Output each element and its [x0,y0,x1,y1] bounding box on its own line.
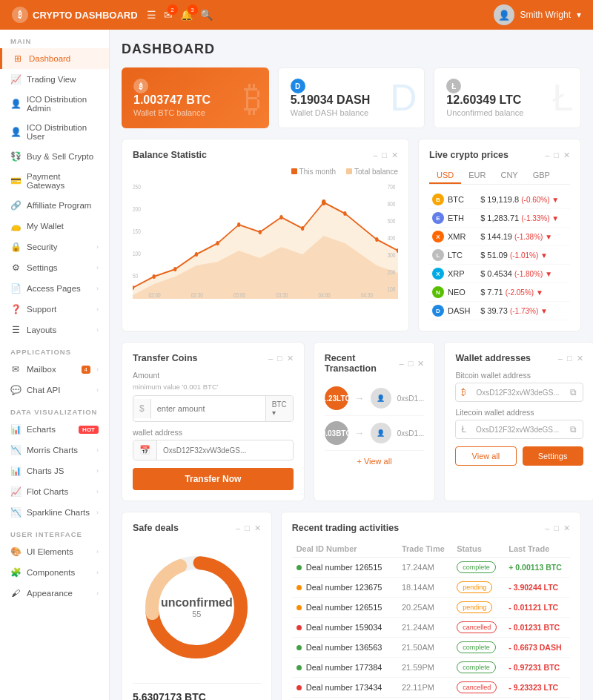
ltc-coin-prefix: Ł [446,79,569,93]
sidebar-item-dashboard[interactable]: ⊞ Dashboard [0,48,109,69]
chart-legend: This month Total balance [133,168,398,176]
col-deal-id: Deal ID Number [292,541,397,558]
crypto-coin-cell: B BTC [429,191,477,209]
sidebar-item-morris[interactable]: 📉 Morris Charts › [0,440,109,460]
transfer-title: Transfer Coins [133,353,198,363]
recent-tx-minimize-icon[interactable]: – [400,359,404,369]
transfer-now-button[interactable]: Transfer Now [133,468,294,490]
mailbox-badge: 4 [82,366,90,374]
sidebar-item-payment[interactable]: 💳 Payment Gateways [0,167,109,195]
sidebar-item-trading-view[interactable]: 📈 Trading View [0,69,109,90]
notification-icon[interactable]: 🔔 3 [180,9,193,21]
crypto-close-icon[interactable]: ✕ [563,151,570,160]
sidebar-item-support[interactable]: ❓ Support › [0,299,109,320]
btc-addr-row: ₿ OxsD12F32xvW3deGS... ⧉ [455,383,583,402]
sidebar-item-affiliate[interactable]: 🔗 Affilliate Program [0,195,109,216]
crypto-row: L LTC $ 51.09 (-1.01%) ▼ [429,246,570,265]
sidebar-item-label: Mailbox [27,365,76,374]
sidebar-item-sparkline[interactable]: 📉 Sparkline Charts › [0,502,109,523]
transfer-card-header: Transfer Coins – □ ✕ [133,353,294,363]
btc-copy-icon[interactable]: ⧉ [564,383,583,401]
sidebar-item-echarts[interactable]: 📊 Echarts HOT [0,419,109,440]
sidebar-item-security[interactable]: 🔒 Security › [0,237,109,257]
crypto-row: D DASH $ 39.73 (-1.73%) ▼ [429,302,570,320]
logo-icon: ₿ [12,7,28,23]
page-title: DASHBOARD [122,42,581,57]
ltc-copy-icon[interactable]: ⧉ [564,420,583,438]
amount-label: Amount [133,371,294,380]
transfer-close-icon[interactable]: ✕ [287,354,294,363]
trading-expand-icon[interactable]: □ [554,524,559,533]
safe-deals-info: 5.6307173 BTC 6 active deals 16.453671 B… [133,683,261,700]
status-dot-icon [296,585,302,590]
recent-trading-card: Recent trading activities – □ ✕ Deal ID … [281,512,581,700]
sidebar-item-label: Components [27,568,90,577]
tab-eur[interactable]: EUR [461,168,493,184]
svg-text:02:30: 02:30 [191,291,204,299]
transfer-minimize-icon[interactable]: – [268,354,273,363]
sidebar-item-ico-admin[interactable]: 👤 ICO Distribution Admin [0,90,109,118]
sidebar-item-label: Charts JS [27,466,90,475]
chart-expand-icon[interactable]: □ [382,151,387,160]
status-badge: complete [457,661,496,673]
chart-close-icon[interactable]: ✕ [391,151,398,160]
menu-icon[interactable]: ☰ [147,9,156,21]
trade-change: - 0.01231 BTC [508,623,560,632]
wallet-addr-input-row: 📅 [133,440,294,460]
view-all-link[interactable]: + View all [325,457,425,466]
tab-cny[interactable]: CNY [493,168,525,184]
wallet-expand-icon[interactable]: □ [567,354,572,363]
view-all-button[interactable]: View all [455,446,516,466]
crypto-expand-icon[interactable]: □ [554,151,559,160]
svg-text:100: 100 [133,250,141,257]
sidebar-item-access[interactable]: 📄 Access Pages › [0,278,109,299]
tx-to-avatar-2: 👤 [371,423,391,443]
sidebar-item-flot[interactable]: 📈 Flot Charts › [0,481,109,502]
tab-gbp[interactable]: GBP [526,168,557,184]
recent-tx-close-icon[interactable]: ✕ [417,359,424,369]
wallet-minimize-icon[interactable]: – [558,354,563,363]
sidebar-item-ui-elements[interactable]: 🎨 UI Elements › [0,541,109,562]
trading-minimize-icon[interactable]: – [545,524,549,533]
settings-button[interactable]: Settings [523,446,583,466]
transfer-expand-icon[interactable]: □ [277,354,282,363]
sidebar-item-components[interactable]: 🧩 Components › [0,562,109,583]
sidebar: MAIN ⊞ Dashboard 📈 Trading View 👤 ICO Di… [0,30,110,700]
safe-expand-icon[interactable]: □ [245,524,250,533]
trade-time-cell: 21.50AM [397,638,452,658]
safe-deals-title: Safe deals [133,523,179,533]
deal-id-cell: Deal number 173434 [292,678,397,698]
sidebar-item-ico-user[interactable]: 👤 ICO Distribution User [0,118,109,146]
sidebar-item-settings[interactable]: ⚙ Settings › [0,257,109,278]
sidebar-item-buy-sell[interactable]: 💱 Buy & Sell Crypto [0,146,109,167]
amount-input[interactable] [151,400,265,417]
user-avatar: 👤 [494,4,514,25]
search-icon[interactable]: 🔍 [200,9,213,21]
crypto-minimize-icon[interactable]: – [545,151,549,160]
sidebar-item-chat[interactable]: 💬 Chat API › [0,380,109,400]
sidebar-item-layouts[interactable]: ☰ Layouts › [0,320,109,340]
sidebar-item-wallet[interactable]: 👝 My Wallet [0,216,109,237]
table-row: Deal number 126515 20.25AM pending - 0.0… [292,598,570,618]
col-trade-time: Trade Time [397,541,452,558]
chevron-right-icon: › [96,446,99,454]
wallet-address-input[interactable] [157,442,293,459]
sidebar-item-chartsjs[interactable]: 📊 Charts JS › [0,460,109,481]
user-info[interactable]: 👤 Smith Wright ▾ [494,4,581,25]
btc-bg-icon: ₿ [244,78,262,119]
deal-id-text: Deal number 173434 [306,683,382,692]
sidebar-item-appearance[interactable]: 🖌 Appearance › [0,583,109,604]
trading-close-icon[interactable]: ✕ [563,524,570,533]
trade-change: - 0.01121 LTC [508,603,558,612]
wallet-action-buttons: View all Settings [455,446,583,466]
safe-minimize-icon[interactable]: – [236,524,240,533]
safe-close-icon[interactable]: ✕ [254,524,261,533]
tab-usd[interactable]: USD [429,168,461,184]
wallet-close-icon[interactable]: ✕ [577,354,583,363]
sidebar-item-mailbox[interactable]: ✉ Mailbox 4 › [0,359,109,380]
message-icon[interactable]: ✉ 2 [164,9,173,21]
ltc-addr-text: OxsD12F32xvW3deGS... [471,422,564,438]
down-arrow-icon: ▼ [536,288,543,297]
chart-minimize-icon[interactable]: – [373,151,377,160]
recent-tx-expand-icon[interactable]: □ [408,359,414,369]
